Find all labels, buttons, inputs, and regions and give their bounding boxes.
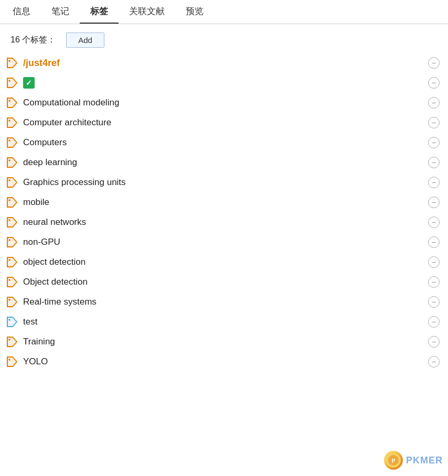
remove-button-neural-networks[interactable]: − bbox=[428, 217, 440, 228]
tag-left-neural-networks: neural networks bbox=[5, 215, 428, 229]
remove-button-just4ref[interactable]: − bbox=[428, 57, 440, 69]
tag-left-test: test bbox=[5, 315, 428, 329]
tag-item-neural-networks: neural networks− bbox=[0, 212, 448, 232]
tag-label-just4ref: /just4ref bbox=[23, 58, 60, 69]
remove-button-computational-modeling[interactable]: − bbox=[428, 97, 440, 109]
tag-left-training: Training bbox=[5, 335, 428, 349]
tab-bar: 信息笔记标签关联文献预览 bbox=[0, 0, 448, 24]
tag-left-computer-architecture: Computer architecture bbox=[5, 116, 428, 129]
tag-left-object-detection-lower: object detection bbox=[5, 255, 428, 269]
add-tag-button[interactable]: Add bbox=[66, 33, 104, 48]
tab-tags[interactable]: 标签 bbox=[80, 0, 119, 24]
svg-point-6 bbox=[8, 120, 10, 122]
tag-label-non-gpu: non-GPU bbox=[23, 237, 60, 247]
tag-label-yolo: YOLO bbox=[23, 356, 48, 367]
pkmer-logo: P bbox=[384, 451, 403, 470]
tag-item-graphics-processing-units: Graphics processing units− bbox=[0, 172, 448, 192]
svg-point-12 bbox=[8, 179, 10, 181]
tag-item-deep-learning: deep learning− bbox=[0, 153, 448, 172]
tag-icon-yolo bbox=[5, 355, 19, 369]
remove-button-object-detection-lower[interactable]: − bbox=[428, 256, 440, 268]
tag-icon-checked bbox=[5, 76, 19, 90]
tag-icon-computers bbox=[5, 136, 19, 149]
remove-button-training[interactable]: − bbox=[428, 336, 440, 348]
svg-point-14 bbox=[8, 199, 10, 201]
tag-left-checked: ✓ bbox=[5, 76, 428, 90]
tag-header: 16 个标签： Add bbox=[0, 24, 448, 53]
tab-preview[interactable]: 预览 bbox=[175, 0, 214, 24]
tag-left-real-time-systems: Real-time systems bbox=[5, 295, 428, 309]
remove-button-real-time-systems[interactable]: − bbox=[428, 296, 440, 308]
remove-button-deep-learning[interactable]: − bbox=[428, 157, 440, 168]
remove-button-object-detection-upper[interactable]: − bbox=[428, 276, 440, 288]
tag-item-computational-modeling: Computational modeling− bbox=[0, 93, 448, 113]
remove-button-checked[interactable]: − bbox=[428, 77, 440, 89]
pkmer-text: PKMER bbox=[406, 455, 443, 466]
svg-point-30 bbox=[8, 359, 10, 361]
tag-label-object-detection-lower: object detection bbox=[23, 257, 86, 267]
svg-point-0 bbox=[8, 60, 10, 62]
tag-icon-non-gpu bbox=[5, 235, 19, 249]
tag-icon-real-time-systems bbox=[5, 295, 19, 309]
svg-point-20 bbox=[8, 259, 10, 261]
tag-item-computers: Computers− bbox=[0, 133, 448, 153]
tag-left-computational-modeling: Computational modeling bbox=[5, 96, 428, 110]
tag-label-computational-modeling: Computational modeling bbox=[23, 98, 119, 108]
svg-point-10 bbox=[8, 159, 10, 161]
tag-label-deep-learning: deep learning bbox=[23, 157, 77, 168]
tag-label-test: test bbox=[23, 317, 37, 327]
tag-icon-object-detection-lower bbox=[5, 255, 19, 269]
tag-icon-object-detection-upper bbox=[5, 275, 19, 289]
tab-related[interactable]: 关联文献 bbox=[119, 0, 175, 24]
tab-notes[interactable]: 笔记 bbox=[41, 0, 80, 24]
tag-icon-graphics-processing-units bbox=[5, 176, 19, 189]
svg-point-22 bbox=[8, 279, 10, 281]
tag-left-just4ref: /just4ref bbox=[5, 56, 428, 70]
tag-icon-neural-networks bbox=[5, 215, 19, 229]
tab-info[interactable]: 信息 bbox=[2, 0, 41, 24]
svg-text:P: P bbox=[392, 458, 396, 464]
tag-list: /just4ref− ✓− Computational modeling− Co… bbox=[0, 53, 448, 372]
remove-button-yolo[interactable]: − bbox=[428, 356, 440, 367]
svg-point-24 bbox=[8, 299, 10, 301]
tag-item-object-detection-lower: object detection− bbox=[0, 252, 448, 272]
svg-point-2 bbox=[8, 80, 10, 82]
remove-button-graphics-processing-units[interactable]: − bbox=[428, 177, 440, 188]
tag-left-deep-learning: deep learning bbox=[5, 156, 428, 169]
tag-label-object-detection-upper: Object detection bbox=[23, 277, 88, 287]
remove-button-test[interactable]: − bbox=[428, 316, 440, 328]
remove-button-non-gpu[interactable]: − bbox=[428, 236, 440, 248]
tag-label-computer-architecture: Computer architecture bbox=[23, 117, 111, 128]
tag-label-mobile: mobile bbox=[23, 197, 49, 208]
tag-icon-computational-modeling bbox=[5, 96, 19, 110]
tag-item-training: Training− bbox=[0, 332, 448, 352]
tag-left-object-detection-upper: Object detection bbox=[5, 275, 428, 289]
tag-label-real-time-systems: Real-time systems bbox=[23, 297, 97, 307]
remove-button-computers[interactable]: − bbox=[428, 137, 440, 148]
tag-label-training: Training bbox=[23, 337, 55, 347]
tag-left-non-gpu: non-GPU bbox=[5, 235, 428, 249]
remove-button-computer-architecture[interactable]: − bbox=[428, 117, 440, 128]
tag-icon-test bbox=[5, 315, 19, 329]
svg-point-18 bbox=[8, 239, 10, 241]
tag-item-non-gpu: non-GPU− bbox=[0, 232, 448, 252]
tag-icon-mobile bbox=[5, 196, 19, 209]
tag-item-mobile: mobile− bbox=[0, 192, 448, 212]
pkmer-watermark: P PKMER bbox=[384, 451, 443, 470]
tag-left-yolo: YOLO bbox=[5, 355, 428, 369]
tag-item-real-time-systems: Real-time systems− bbox=[0, 292, 448, 312]
tag-item-checked: ✓− bbox=[0, 73, 448, 93]
svg-point-26 bbox=[8, 319, 10, 321]
tag-item-computer-architecture: Computer architecture− bbox=[0, 113, 448, 133]
tag-item-yolo: YOLO− bbox=[0, 352, 448, 372]
remove-button-mobile[interactable]: − bbox=[428, 197, 440, 208]
tag-icon-just4ref bbox=[5, 56, 19, 70]
tag-item-object-detection-upper: Object detection− bbox=[0, 272, 448, 292]
checkbox-checked[interactable]: ✓ bbox=[23, 77, 35, 89]
tag-item-just4ref: /just4ref− bbox=[0, 53, 448, 73]
svg-point-16 bbox=[8, 219, 10, 221]
tag-count: 16 个标签： bbox=[10, 35, 56, 46]
tag-icon-deep-learning bbox=[5, 156, 19, 169]
tag-label-computers: Computers bbox=[23, 137, 67, 148]
svg-point-8 bbox=[8, 139, 10, 142]
